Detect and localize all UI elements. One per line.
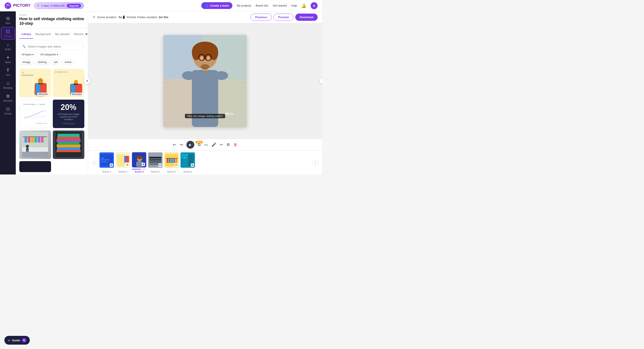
settings-icon[interactable]: ⚙ [226, 142, 230, 147]
timeline-more-button[interactable]: ⋮ [312, 160, 318, 166]
sidebar-item-story[interactable]: ⊞ Story [0, 14, 16, 26]
favorites-heart-icon[interactable]: ♥ [85, 32, 88, 36]
svg-rect-67 [100, 162, 108, 163]
video-duration: Video duration: 2m 53s [139, 15, 168, 19]
download-button[interactable]: Download [295, 13, 318, 21]
scene-thumb-1[interactable]: with ⧉ Scene 1 [100, 152, 114, 173]
video-duration-label: Video duration: [139, 15, 158, 19]
top-bar-left: PICTORY ⏱ 5 days, 3 videos left. Upgrade [4, 2, 84, 9]
my-projects-link[interactable]: My projects [237, 4, 251, 7]
svg-rect-36 [57, 136, 80, 139]
svg-rect-93 [182, 157, 183, 159]
categories-filter[interactable]: All categories ▾ [38, 52, 61, 57]
svg-point-52 [201, 64, 210, 69]
svg-rect-95 [186, 157, 188, 159]
app-name: PICTORY [13, 3, 30, 8]
scene-header: ⏱ Scene duration: 5s 📱 Portrait ▾ Video … [88, 11, 322, 23]
action-buttons: Previous Preview Download [250, 13, 318, 21]
types-filter-label: All types [22, 53, 32, 56]
brand-kits-link[interactable]: Brand kits [256, 4, 268, 7]
subtitle-text: Why sell vintage clothing online? [185, 114, 225, 118]
tab-recent[interactable]: Recent [72, 30, 85, 39]
add-scene-left-button[interactable]: + [84, 78, 90, 84]
create-team-label: Create a team [210, 4, 229, 7]
sidebar-item-audio[interactable]: ♪ Audio [0, 40, 16, 52]
timeline-prev-button[interactable]: ‹ [92, 160, 98, 166]
sidebar-item-styles[interactable]: ✦ Styles [0, 53, 16, 65]
sidebar: ⊞ Story 🖼 Visuals ♪ Audio ✦ Styles T Tex… [0, 11, 16, 174]
sidebar-item-format[interactable]: ⊡ Format [0, 105, 16, 117]
get-started-link[interactable]: Get started [273, 4, 287, 7]
image-card-1[interactable]: AIBackgrounds Minimalist ♡ [19, 69, 51, 97]
image-card-partial[interactable] [19, 161, 51, 172]
svg-rect-58 [229, 113, 230, 115]
scene-thumb-3[interactable]: ⧉ Scene 3 [132, 152, 146, 173]
tag-sell[interactable]: sell [51, 59, 60, 65]
svg-point-53 [182, 71, 195, 80]
preview-button[interactable]: Preview [274, 13, 294, 21]
tab-my-uploads[interactable]: My uploads [53, 30, 72, 39]
video-next-arrow[interactable]: › [243, 78, 245, 84]
svg-rect-37 [58, 134, 80, 137]
image-grid: AIBackgrounds Minimalist ♡ [16, 67, 88, 174]
undo-button[interactable]: ↩ [173, 142, 176, 147]
tag-vintage[interactable]: vintage [19, 59, 34, 65]
sidebar-label-text: Text [6, 74, 10, 76]
search-input[interactable] [28, 45, 82, 48]
tab-library[interactable]: Library [19, 30, 33, 39]
svg-point-4 [6, 6, 7, 7]
upgrade-button[interactable]: Upgrade [67, 4, 81, 8]
svg-rect-85 [169, 159, 171, 163]
svg-rect-87 [173, 159, 175, 163]
image-card-stat[interactable]: 20% of Photoroom image exports are from … [53, 100, 84, 128]
scene-label-3: Scene 3 [134, 170, 144, 173]
svg-point-54 [215, 71, 228, 80]
tag-online[interactable]: online [62, 59, 74, 65]
tag-clothing[interactable]: clothing [35, 59, 50, 65]
svg-rect-35 [56, 139, 80, 142]
image-card-chart[interactable]: Thrift & donation ── Resale © Statista 2… [19, 100, 51, 128]
layer-control-wrapper: NEW ⧉ [198, 143, 201, 147]
types-filter[interactable]: All types ▾ [19, 52, 36, 57]
scene-thumb-6[interactable]: ⧉ Scene 6 [180, 152, 195, 173]
scene-thumb-2[interactable]: ⧉ Scene 2 [116, 152, 130, 173]
play-button[interactable]: ▶ [186, 141, 194, 149]
previous-button[interactable]: Previous [250, 13, 272, 21]
add-scene-right-button[interactable]: + [320, 78, 322, 84]
sidebar-item-branding[interactable]: ◇ Branding [0, 79, 16, 91]
svg-rect-79 [149, 159, 162, 161]
avatar[interactable]: A [310, 2, 318, 9]
sidebar-item-elements[interactable]: ✿ Elements [0, 92, 16, 104]
scene-thumb-4[interactable]: ⧉ Scene 4 [148, 152, 162, 173]
microphone-icon[interactable]: 🎤 [212, 142, 216, 147]
heart-icon-1: ♡ [47, 70, 50, 74]
image-card-2[interactable]: AI Backgrounds Minimalist ♡ [53, 69, 84, 97]
scissors-icon[interactable]: ✂ [220, 142, 223, 147]
scene-image-1: with ⧉ [100, 152, 114, 168]
text-icon: T [6, 68, 9, 73]
redo-button[interactable]: ↪ [180, 142, 183, 147]
tab-background[interactable]: Background [33, 30, 53, 39]
delete-icon[interactable]: 🗑 [234, 143, 238, 147]
sidebar-item-text[interactable]: T Text [0, 66, 16, 78]
image-card-clothes[interactable] [53, 130, 84, 159]
video-duration-value: 2m 53s [158, 15, 168, 19]
svg-point-74 [137, 156, 142, 159]
sidebar-item-visuals[interactable]: 🖼 Visuals [1, 27, 15, 40]
top-bar-right: 👥 Create a team My projects Brand kits G… [201, 2, 318, 9]
help-link[interactable]: Help [291, 4, 297, 7]
captions-icon[interactable]: ▭ [204, 142, 208, 147]
svg-rect-66 [100, 161, 107, 161]
scene-orientation[interactable]: 📱 Portrait ▾ [122, 15, 139, 19]
logo[interactable]: PICTORY [4, 2, 30, 9]
stat-brand: P Photoroom [62, 122, 75, 125]
create-team-button[interactable]: 👥 Create a team [201, 2, 232, 9]
image-card-store[interactable]: When you hit at the thrifts... [19, 130, 51, 159]
stat-percentage: 20% [61, 103, 76, 112]
svg-rect-90 [182, 154, 183, 156]
scene-thumb-5[interactable]: ⧉ Scene 5 [164, 152, 179, 173]
scene-image-2: ⧉ [116, 152, 130, 168]
video-prev-arrow[interactable]: ‹ [165, 78, 167, 84]
notification-bell-icon[interactable]: 🔔 [302, 3, 306, 8]
story-icon: ⊞ [6, 16, 10, 21]
